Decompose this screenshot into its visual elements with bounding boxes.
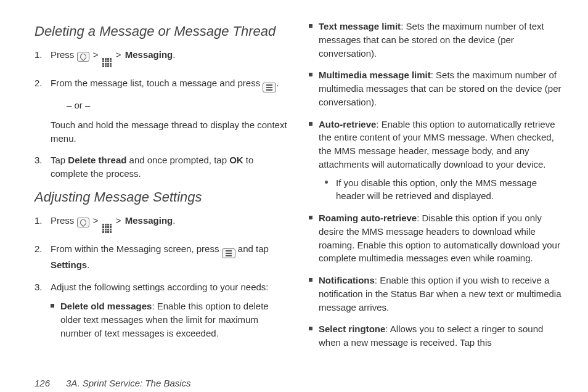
step-text: Adjust the following settings according … <box>51 280 289 294</box>
plain-text: . <box>173 49 175 60</box>
bullet-item: Select ringtone: Allows you to select a … <box>309 322 563 349</box>
step-item: From the message list, touch a message a… <box>35 76 289 145</box>
right-column: Text message limit: Sets the maximum num… <box>309 20 563 372</box>
page-number: 126 <box>35 378 50 388</box>
alternative-separator: – or – <box>51 99 289 112</box>
plain-text: . <box>87 259 89 270</box>
step-item: Press > > Messaging. <box>35 214 289 234</box>
bold-label: Auto-retrieve <box>319 119 376 129</box>
step-item: Press > > Messaging. <box>35 48 289 68</box>
bold-label: Roaming auto-retrieve <box>319 213 417 223</box>
page: Deleting a Message or Message Thread Pre… <box>0 0 588 392</box>
bullet-list: Delete old messages: Enable this option … <box>51 300 289 340</box>
bullet-item: Multimedia message limit: Sets the maxim… <box>309 68 563 108</box>
step-text: Touch and hold the message thread to dis… <box>51 118 289 145</box>
plain-text: and once prompted, tap <box>126 155 229 165</box>
bold-label: Select ringtone <box>319 324 385 334</box>
sub-bullet-item: If you disable this option, only the MMS… <box>325 176 563 203</box>
chevron-icon: > <box>115 214 123 227</box>
bold-label: Notifications <box>319 275 375 285</box>
menu-key-icon <box>222 248 235 258</box>
steps-delete: Press > > Messaging. From the message li… <box>35 48 289 181</box>
sub-bullet-list: If you disable this option, only the MMS… <box>319 176 563 203</box>
plain-text: . <box>173 215 175 226</box>
menu-key-icon <box>263 83 276 92</box>
bullet-item: Notifications: Enable this option if you… <box>309 274 563 314</box>
app-grid-icon <box>102 58 112 68</box>
plain-text: and tap <box>238 243 269 254</box>
bold-label: Delete thread <box>68 155 126 165</box>
section-heading-delete: Deleting a Message or Message Thread <box>35 23 289 39</box>
bullet-item: Text message limit: Sets the maximum num… <box>309 20 563 60</box>
bullet-item: Auto-retrieve: Enable this option to aut… <box>309 118 563 203</box>
bold-label: Messaging <box>125 215 173 226</box>
step-text: From within the Messaging screen, press <box>51 243 222 254</box>
two-column-layout: Deleting a Message or Message Thread Pre… <box>35 20 563 372</box>
step-item: From within the Messaging screen, press … <box>35 242 289 272</box>
step-text: Press <box>51 215 77 226</box>
bold-label: Multimedia message limit <box>319 70 431 80</box>
home-key-icon <box>77 52 89 62</box>
home-key-icon <box>77 218 89 227</box>
page-footer: 126 3A. Sprint Service: The Basics <box>35 372 563 388</box>
bullet-item: Roaming auto-retrieve: Disable this opti… <box>309 211 563 265</box>
steps-adjust: Press > > Messaging. From within the Mes… <box>35 214 289 340</box>
chevron-icon: > <box>92 48 100 62</box>
step-item: Tap Delete thread and once prompted, tap… <box>35 153 289 181</box>
section-heading-adjust: Adjusting Message Settings <box>35 189 289 205</box>
bold-label: Settings <box>51 259 87 270</box>
footer-title: 3A. Sprint Service: The Basics <box>66 378 191 388</box>
step-text: From the message list, touch a message a… <box>51 78 263 88</box>
bullet-item: Delete old messages: Enable this option … <box>51 300 289 340</box>
chevron-icon: > <box>115 48 123 62</box>
bold-label: Messaging <box>125 49 173 60</box>
bold-label: Text message limit <box>319 21 401 31</box>
bold-label: OK <box>229 155 243 165</box>
step-item: Adjust the following settings according … <box>35 280 289 340</box>
bullet-list: Text message limit: Sets the maximum num… <box>309 20 563 349</box>
app-grid-icon <box>102 224 112 234</box>
plain-text: Tap <box>51 155 68 165</box>
plain-text: . <box>276 78 279 88</box>
step-text: Press <box>51 49 77 60</box>
left-column: Deleting a Message or Message Thread Pre… <box>35 20 289 372</box>
bold-label: Delete old messages <box>60 301 152 311</box>
chevron-icon: > <box>92 214 100 227</box>
